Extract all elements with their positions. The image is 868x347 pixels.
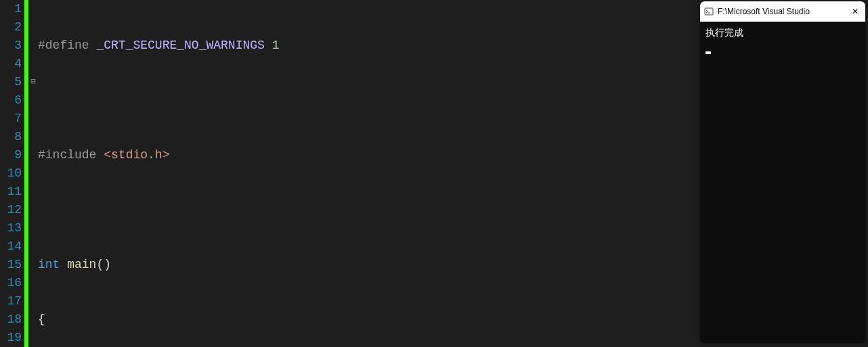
brace-open: {	[38, 313, 45, 326]
preproc-include: #include	[38, 148, 96, 162]
line-number-gutter: 1 2 3 4 5 6 7 8 9 10 11 12 13 14 15 16 1…	[0, 0, 24, 347]
line-number[interactable]: 13	[0, 219, 22, 237]
angle-close: >	[162, 148, 170, 162]
terminal-window: F:\Microsoft Visual Studio ✕ 执行完成	[700, 1, 865, 343]
fold-toggle-icon[interactable]: ⊟	[28, 73, 38, 91]
preproc-define: #define	[38, 39, 89, 52]
line-number[interactable]: 3	[0, 37, 22, 55]
line-number[interactable]: 19	[0, 329, 22, 347]
line-number[interactable]: 6	[0, 91, 22, 110]
line-number[interactable]: 5	[0, 73, 22, 91]
line-number[interactable]: 14	[0, 237, 22, 256]
line-number[interactable]: 16	[0, 274, 22, 292]
line-number[interactable]: 11	[0, 183, 22, 201]
number-literal: 1	[272, 39, 280, 52]
fold-column: ⊟	[28, 0, 38, 347]
line-number[interactable]: 1	[0, 0, 22, 18]
terminal-icon	[704, 7, 714, 16]
line-number[interactable]: 18	[0, 310, 22, 329]
terminal-output-line: 执行完成	[706, 27, 860, 39]
terminal-body[interactable]: 执行完成	[700, 22, 865, 343]
line-number[interactable]: 10	[0, 164, 22, 183]
line-number[interactable]: 7	[0, 110, 22, 128]
angle-open: <	[104, 148, 111, 162]
close-icon[interactable]: ✕	[849, 7, 861, 16]
terminal-title: F:\Microsoft Visual Studio	[718, 7, 845, 16]
line-number[interactable]: 12	[0, 201, 22, 219]
parens: ()	[96, 258, 111, 271]
line-number[interactable]: 2	[0, 18, 22, 37]
terminal-title-bar[interactable]: F:\Microsoft Visual Studio ✕	[700, 1, 865, 22]
line-number[interactable]: 9	[0, 146, 22, 164]
line-number[interactable]: 8	[0, 128, 22, 146]
include-path: stdio.h	[111, 148, 162, 162]
function-name: main	[67, 258, 96, 271]
line-number[interactable]: 4	[0, 55, 22, 73]
line-number[interactable]: 15	[0, 256, 22, 274]
line-number[interactable]: 17	[0, 292, 22, 310]
macro-name: _CRT_SECURE_NO_WARNINGS	[96, 39, 264, 52]
svg-rect-0	[705, 8, 713, 15]
terminal-cursor	[706, 51, 711, 54]
type-keyword: int	[38, 258, 60, 271]
